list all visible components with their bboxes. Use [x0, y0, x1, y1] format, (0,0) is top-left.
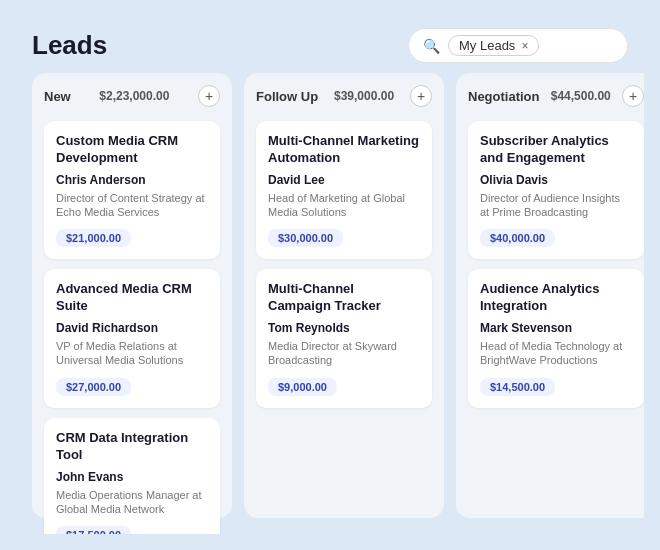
- lead-contact: David Richardson: [56, 321, 208, 335]
- column-header-new: New $2,23,000.00 +: [44, 85, 220, 107]
- column-title-negotiation: Negotiation: [468, 89, 540, 104]
- column-header-negotiation: Negotiation $44,500.00 +: [468, 85, 644, 107]
- lead-title: Multi-Channel Campaign Tracker: [268, 281, 420, 315]
- lead-title: Audience Analytics Integration: [480, 281, 632, 315]
- lead-contact: Tom Reynolds: [268, 321, 420, 335]
- lead-title: Custom Media CRM Development: [56, 133, 208, 167]
- lead-title: Multi-Channel Marketing Automation: [268, 133, 420, 167]
- lead-role: Head of Marketing at Global Media Soluti…: [268, 191, 420, 220]
- lead-title: Advanced Media CRM Suite: [56, 281, 208, 315]
- column-add-btn-negotiation[interactable]: +: [622, 85, 644, 107]
- lead-amount: $17,500.00: [56, 526, 131, 534]
- filter-chip[interactable]: My Leads ×: [448, 35, 539, 56]
- column-follow-up: Follow Up $39,000.00 + Multi-Channel Mar…: [244, 73, 444, 518]
- lead-card[interactable]: Advanced Media CRM Suite David Richardso…: [44, 269, 220, 407]
- page-title: Leads: [32, 30, 107, 61]
- lead-amount: $9,000.00: [268, 378, 337, 396]
- column-total-new: $2,23,000.00: [99, 89, 169, 103]
- lead-card[interactable]: Custom Media CRM Development Chris Ander…: [44, 121, 220, 259]
- lead-role: Media Director at Skyward Broadcasting: [268, 339, 420, 368]
- column-total-follow-up: $39,000.00: [334, 89, 394, 103]
- lead-contact: David Lee: [268, 173, 420, 187]
- column-header-follow-up: Follow Up $39,000.00 +: [256, 85, 432, 107]
- columns-container: New $2,23,000.00 + Custom Media CRM Deve…: [16, 73, 644, 534]
- filter-chip-label: My Leads: [459, 38, 515, 53]
- search-icon: 🔍: [423, 38, 440, 54]
- lead-amount: $27,000.00: [56, 378, 131, 396]
- column-new: New $2,23,000.00 + Custom Media CRM Deve…: [32, 73, 232, 518]
- lead-contact: Chris Anderson: [56, 173, 208, 187]
- lead-title: CRM Data Integration Tool: [56, 430, 208, 464]
- lead-card[interactable]: Subscriber Analytics and Engagement Oliv…: [468, 121, 644, 259]
- header: Leads 🔍 My Leads ×: [16, 16, 644, 73]
- filter-chip-close[interactable]: ×: [521, 39, 528, 53]
- lead-card[interactable]: CRM Data Integration Tool John Evans Med…: [44, 418, 220, 534]
- column-add-btn-new[interactable]: +: [198, 85, 220, 107]
- search-bar[interactable]: 🔍 My Leads ×: [408, 28, 628, 63]
- column-title-follow-up: Follow Up: [256, 89, 318, 104]
- lead-role: Director of Content Strategy at Echo Med…: [56, 191, 208, 220]
- lead-contact: Olivia Davis: [480, 173, 632, 187]
- lead-amount: $40,000.00: [480, 229, 555, 247]
- lead-card[interactable]: Multi-Channel Campaign Tracker Tom Reyno…: [256, 269, 432, 407]
- lead-contact: Mark Stevenson: [480, 321, 632, 335]
- lead-title: Subscriber Analytics and Engagement: [480, 133, 632, 167]
- lead-role: Head of Media Technology at BrightWave P…: [480, 339, 632, 368]
- column-title-new: New: [44, 89, 71, 104]
- column-total-negotiation: $44,500.00: [551, 89, 611, 103]
- lead-amount: $14,500.00: [480, 378, 555, 396]
- lead-role: Director of Audience Insights at Prime B…: [480, 191, 632, 220]
- lead-contact: John Evans: [56, 470, 208, 484]
- lead-amount: $21,000.00: [56, 229, 131, 247]
- lead-card[interactable]: Audience Analytics Integration Mark Stev…: [468, 269, 644, 407]
- page-container: Leads 🔍 My Leads × New $2,23,000.00 + Cu…: [16, 16, 644, 534]
- lead-card[interactable]: Multi-Channel Marketing Automation David…: [256, 121, 432, 259]
- column-negotiation: Negotiation $44,500.00 + Subscriber Anal…: [456, 73, 644, 518]
- column-add-btn-follow-up[interactable]: +: [410, 85, 432, 107]
- lead-amount: $30,000.00: [268, 229, 343, 247]
- lead-role: Media Operations Manager at Global Media…: [56, 488, 208, 517]
- lead-role: VP of Media Relations at Universal Media…: [56, 339, 208, 368]
